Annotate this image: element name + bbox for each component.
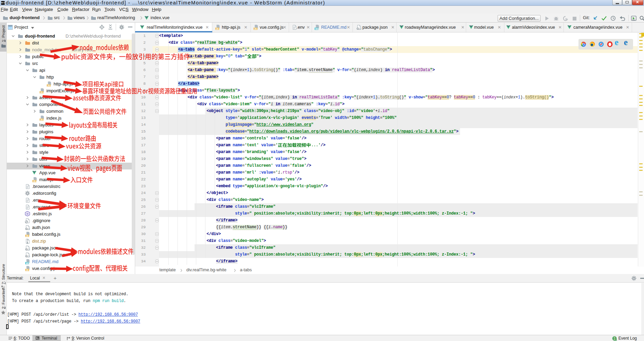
svg-text:JS: JS (254, 28, 257, 30)
svg-text:{}: {} (28, 248, 30, 251)
svg-text:MD: MD (26, 262, 29, 264)
svg-text:{}: {} (28, 255, 30, 258)
svg-text:{}: {} (28, 228, 30, 230)
svg-text:JS: JS (40, 91, 43, 94)
svg-text:JS: JS (26, 269, 29, 271)
svg-text:JS: JS (216, 28, 219, 30)
svg-text:JS: JS (33, 180, 36, 182)
svg-text:{}: {} (359, 27, 362, 30)
svg-text:JS: JS (26, 235, 29, 237)
svg-text:MD: MD (315, 28, 318, 30)
svg-text:JS: JS (47, 84, 50, 87)
svg-text:JS: JS (40, 119, 43, 121)
